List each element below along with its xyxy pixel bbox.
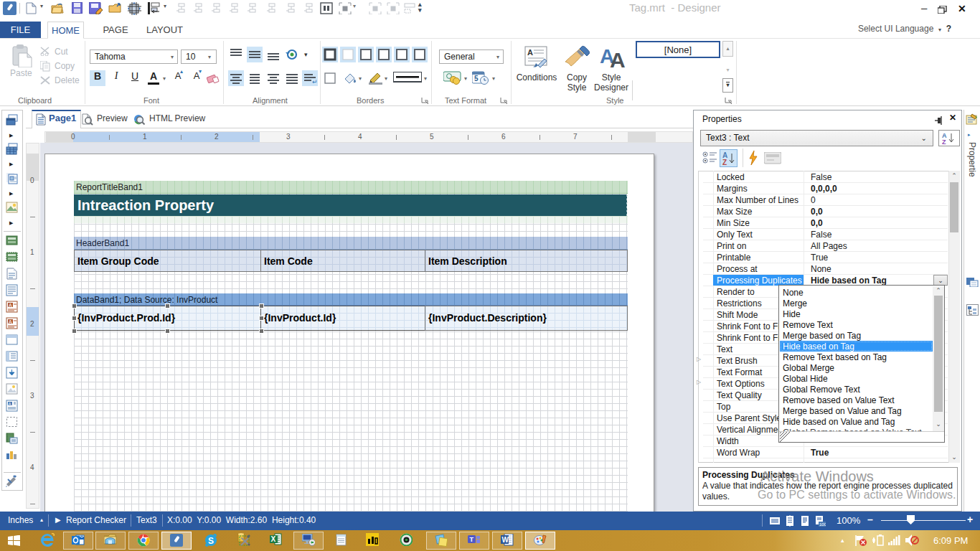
svg-text:A: A	[610, 48, 626, 69]
svg-text:W: W	[502, 536, 509, 544]
svg-text:Z: Z	[942, 138, 946, 146]
svg-text:A: A	[9, 319, 12, 324]
svg-text:T: T	[470, 536, 474, 543]
svg-text:100: 100	[819, 522, 826, 527]
svg-text:5: 5	[474, 75, 479, 83]
svg-text:S: S	[208, 536, 214, 546]
svg-text:A: A	[527, 48, 533, 57]
svg-text:A: A	[9, 402, 11, 406]
svg-text:Z: Z	[722, 159, 727, 166]
svg-text:A: A	[9, 303, 12, 308]
svg-text:X: X	[271, 535, 276, 543]
